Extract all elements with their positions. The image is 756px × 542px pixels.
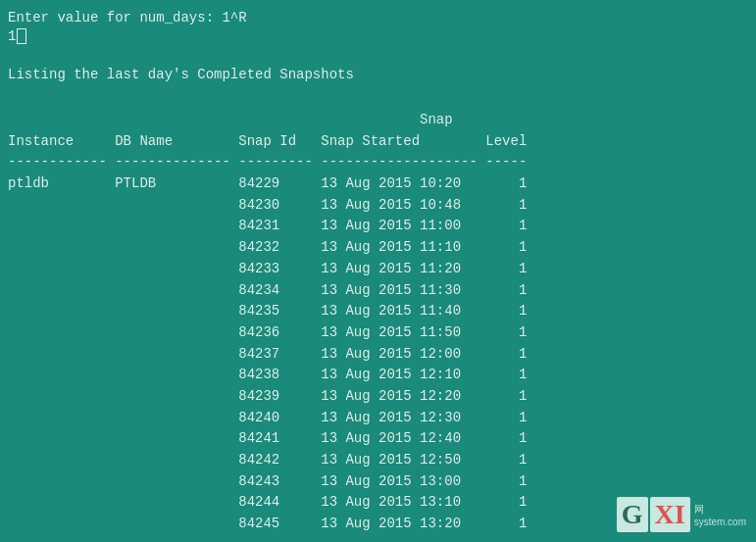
cursor: [17, 28, 26, 44]
table-row: 84230 13 Aug 2015 10:48 1: [8, 195, 748, 217]
blank2: [8, 85, 748, 106]
table-row: 84237 13 Aug 2015 12:00 1: [8, 344, 748, 366]
snapshot-table: Snap Instance DB Name Snap Id Snap Start…: [8, 110, 748, 535]
table-rows: ptldb PTLDB 84229 13 Aug 2015 10:20 1 84…: [8, 173, 748, 535]
table-row: ptldb PTLDB 84229 13 Aug 2015 10:20 1: [8, 173, 748, 195]
table-row: 84231 13 Aug 2015 11:00 1: [8, 216, 748, 237]
listing-line: Listing the last day's Completed Snapsho…: [8, 65, 748, 85]
watermark-text: 网 system.com: [694, 503, 746, 527]
table-row: 84239 13 Aug 2015 12:20 1: [8, 386, 748, 408]
table-row: 84232 13 Aug 2015 11:10 1: [8, 237, 748, 259]
table-row: 84234 13 Aug 2015 11:30 1: [8, 280, 748, 302]
table-row: 84235 13 Aug 2015 11:40 1: [8, 301, 748, 322]
header-snap-label: Snap: [8, 110, 748, 131]
table-row: 84236 13 Aug 2015 11:50 1: [8, 322, 748, 344]
input-value: 1: [8, 28, 16, 44]
table-row: 84233 13 Aug 2015 11:20 1: [8, 259, 748, 280]
input-line: 1: [8, 28, 748, 44]
table-row: 84240 13 Aug 2015 12:30 1: [8, 408, 748, 429]
table-row: 84241 13 Aug 2015 12:40 1: [8, 428, 748, 450]
table-divider: ------------ -------------- --------- --…: [8, 152, 748, 173]
table-row: 84238 13 Aug 2015 12:10 1: [8, 365, 748, 386]
watermark: GXI 网 system.com: [617, 497, 746, 532]
table-row: 84243 13 Aug 2015 13:00 1: [8, 471, 748, 493]
prompt-line: Enter value for num_days: 1^R: [8, 8, 748, 28]
table-row: 84242 13 Aug 2015 12:50 1: [8, 450, 748, 471]
table-header: Instance DB Name Snap Id Snap Started Le…: [8, 131, 748, 153]
watermark-g: G: [617, 497, 648, 532]
terminal: Enter value for num_days: 1^R 1 Listing …: [0, 0, 756, 542]
watermark-xi: XI: [650, 497, 690, 532]
watermark-net: 网: [694, 503, 704, 517]
blank1: [8, 44, 748, 65]
watermark-domain: system.com: [694, 517, 746, 527]
